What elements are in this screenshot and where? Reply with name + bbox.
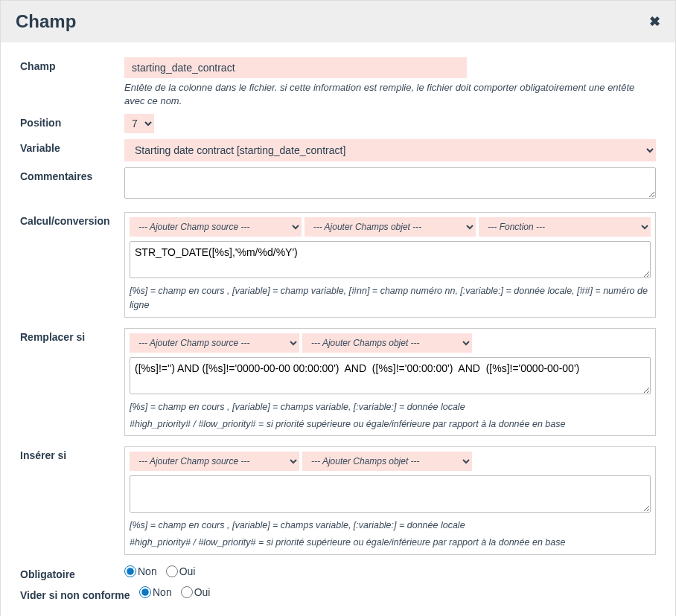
remplacer-hint2: #high_priority# / #low_priority# = si pr… bbox=[130, 417, 651, 431]
label-variable: Variable bbox=[20, 139, 124, 154]
calcul-group: --- Ajouter Champ source --- --- Ajouter… bbox=[124, 212, 656, 318]
obligatoire-non[interactable]: Non bbox=[124, 565, 157, 577]
calcul-select-fonction[interactable]: --- Fonction --- bbox=[479, 217, 651, 237]
label-calcul: Calcul/conversion bbox=[20, 212, 124, 227]
inserer-hint1: [%s] = champ en cours , [variable] = cha… bbox=[130, 519, 651, 533]
champ-input[interactable] bbox=[124, 57, 467, 78]
label-champ: Champ bbox=[20, 57, 124, 72]
calcul-select-source[interactable]: --- Ajouter Champ source --- bbox=[130, 217, 302, 237]
label-position: Position bbox=[20, 114, 124, 129]
commentaires-textarea[interactable] bbox=[124, 167, 656, 199]
inserer-select-source[interactable]: --- Ajouter Champ source --- bbox=[130, 452, 299, 471]
dialog-header: Champ ✖ bbox=[1, 1, 675, 42]
dialog-content: Champ Entête de la colonne dans le fichi… bbox=[1, 42, 675, 615]
label-vider: Vider si non conforme bbox=[20, 586, 139, 601]
label-remplacer: Remplacer si bbox=[20, 328, 124, 343]
dialog-champ: Champ ✖ Champ Entête de la colonne dans … bbox=[0, 0, 676, 616]
position-select[interactable]: 7 bbox=[124, 114, 154, 133]
vider-radio-group: Non Oui bbox=[139, 586, 656, 598]
inserer-group: --- Ajouter Champ source --- --- Ajouter… bbox=[124, 446, 656, 555]
label-commentaires: Commentaires bbox=[20, 167, 124, 182]
inserer-hint2: #high_priority# / #low_priority# = si pr… bbox=[130, 536, 651, 550]
vider-radio-oui[interactable] bbox=[181, 586, 193, 598]
vider-radio-non[interactable] bbox=[139, 586, 151, 598]
label-obligatoire: Obligatoire bbox=[20, 565, 124, 580]
inserer-select-objet[interactable]: --- Ajouter Champs objet --- bbox=[302, 452, 472, 471]
vider-oui[interactable]: Oui bbox=[181, 586, 211, 598]
obligatoire-radio-non[interactable] bbox=[124, 565, 136, 577]
remplacer-select-objet[interactable]: --- Ajouter Champs objet --- bbox=[302, 333, 472, 353]
calcul-select-objet[interactable]: --- Ajouter Champs objet --- bbox=[304, 217, 476, 237]
dialog-title: Champ bbox=[16, 11, 76, 32]
remplacer-select-source[interactable]: --- Ajouter Champ source --- bbox=[130, 333, 299, 353]
variable-select[interactable]: Starting date contract [starting_date_co… bbox=[124, 139, 656, 161]
remplacer-group: --- Ajouter Champ source --- --- Ajouter… bbox=[124, 328, 656, 437]
obligatoire-radio-oui[interactable] bbox=[166, 565, 178, 577]
inserer-textarea[interactable] bbox=[130, 475, 651, 513]
vider-non[interactable]: Non bbox=[139, 586, 172, 598]
label-inserer: Insérer si bbox=[20, 446, 124, 461]
calcul-textarea[interactable]: STR_TO_DATE([%s],'%m/%d/%Y') bbox=[130, 241, 651, 278]
close-icon[interactable]: ✖ bbox=[649, 13, 660, 30]
obligatoire-oui[interactable]: Oui bbox=[166, 565, 196, 577]
calcul-hint: [%s] = champ en cours , [variable] = cha… bbox=[130, 284, 651, 312]
champ-help: Entête de la colonne dans le fichier. si… bbox=[124, 81, 656, 108]
remplacer-textarea[interactable]: ([%s]!='') AND ([%s]!='0000-00-00 00:00:… bbox=[130, 357, 651, 394]
obligatoire-radio-group: Non Oui bbox=[124, 565, 656, 577]
remplacer-hint1: [%s] = champ en cours , [variable] = cha… bbox=[130, 400, 651, 414]
